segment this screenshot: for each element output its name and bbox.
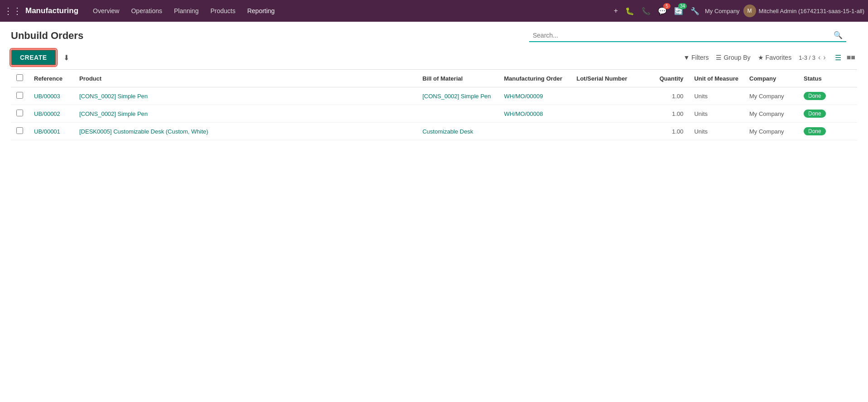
nav-overview[interactable]: Overview [87,5,125,17]
status-badge: Done [804,127,826,135]
row-lot [571,105,643,123]
table-row: UB/00003 [CONS_0002] Simple Pen [CONS_00… [11,87,857,105]
row-status: Done [798,87,844,105]
row-lot [571,123,643,140]
view-toggle: ☰ ■■ [833,52,857,64]
row-reference[interactable]: UB/00003 [29,87,74,105]
row-checkbox-cell[interactable] [11,105,29,123]
col-header-company[interactable]: Company [744,70,798,87]
chat-icon[interactable]: 💬 5 [656,5,669,17]
row-checkbox[interactable] [16,110,23,116]
next-page-button[interactable]: › [823,53,825,62]
filter-icon: ▼ [683,54,690,61]
col-header-bom[interactable]: Bill of Material [417,70,498,87]
table-container: Reference Product Bill of Material Manuf… [0,69,868,140]
filters-button[interactable]: ▼ Filters [683,54,709,61]
table-row: UB/00002 [CONS_0002] Simple Pen WH/MO/00… [11,105,857,123]
pagination-info: 1-3 / 3 [799,54,815,61]
download-button[interactable]: ⬇ [60,51,73,65]
col-header-mo[interactable]: Manufacturing Order [498,70,571,87]
row-actions [844,87,857,105]
toolbar: CREATE ⬇ ▼ Filters ☰ Group By ★ Favorite… [0,46,868,69]
search-bar: 🔍 [529,29,846,42]
row-mo[interactable]: WH/MO/00008 [498,105,571,123]
plus-icon[interactable]: + [612,5,620,17]
star-icon: ★ [758,54,764,61]
groupby-label: Group By [723,54,750,61]
row-actions [844,123,857,140]
page-header: Unbuild Orders 🔍 [0,22,868,46]
nav-reporting[interactable]: Reporting [242,5,280,17]
row-company: My Company [744,123,798,140]
row-bom[interactable]: [CONS_0002] Simple Pen [417,87,498,105]
row-product[interactable]: [CONS_0002] Simple Pen [74,87,417,105]
user-avatar: M [743,5,756,17]
row-uom: Units [689,123,744,140]
row-reference[interactable]: UB/00002 [29,105,74,123]
row-checkbox[interactable] [16,92,23,99]
search-icon[interactable]: 🔍 [834,31,843,39]
list-view-button[interactable]: ☰ [833,52,843,64]
groupby-icon: ☰ [716,54,722,61]
row-checkbox-cell[interactable] [11,87,29,105]
select-all-checkbox[interactable] [16,74,23,81]
app-title: Manufacturing [25,6,78,15]
toolbar-right: ▼ Filters ☰ Group By ★ Favorites 1-3 / 3… [683,52,857,64]
clock-badge: 34 [678,3,687,9]
col-header-lot[interactable]: Lot/Serial Number [571,70,643,87]
groupby-button[interactable]: ☰ Group By [716,54,750,61]
row-actions [844,105,857,123]
nav-menu: Overview Operations Planning Products Re… [87,5,610,17]
nav-planning[interactable]: Planning [169,5,204,17]
nav-products[interactable]: Products [205,5,241,17]
clock-icon[interactable]: 🔄 34 [672,5,685,17]
data-table: Reference Product Bill of Material Manuf… [11,69,857,140]
chat-badge: 5 [663,3,670,9]
row-qty: 1.00 [643,123,689,140]
col-header-uom[interactable]: Unit of Measure [689,70,744,87]
favorites-button[interactable]: ★ Favorites [758,54,792,61]
row-bom [417,105,498,123]
row-uom: Units [689,87,744,105]
company-selector[interactable]: My Company [705,8,740,14]
favorites-label: Favorites [766,54,792,61]
row-bom[interactable]: Customizable Desk [417,123,498,140]
filters-label: Filters [691,54,709,61]
row-checkbox-cell[interactable] [11,123,29,140]
col-header-product[interactable]: Product [74,70,417,87]
col-header-status[interactable]: Status [798,70,844,87]
nav-operations[interactable]: Operations [125,5,167,17]
col-header-qty[interactable]: Quantity [643,70,689,87]
pagination: 1-3 / 3 ‹ › [799,53,826,62]
debug-icon[interactable]: 🐛 [623,5,636,17]
user-menu[interactable]: M Mitchell Admin (16742131-saas-15-1-all… [743,5,864,17]
row-uom: Units [689,105,744,123]
row-company: My Company [744,105,798,123]
row-status: Done [798,105,844,123]
row-qty: 1.00 [643,87,689,105]
select-all-header[interactable] [11,70,29,87]
row-reference[interactable]: UB/00001 [29,123,74,140]
row-company: My Company [744,87,798,105]
grid-menu-icon[interactable]: ⋮⋮ [4,5,22,16]
top-nav: ⋮⋮ Manufacturing Overview Operations Pla… [0,0,868,22]
row-checkbox[interactable] [16,127,23,134]
row-qty: 1.00 [643,105,689,123]
row-mo[interactable]: WH/MO/00009 [498,87,571,105]
row-product[interactable]: [CONS_0002] Simple Pen [74,105,417,123]
kanban-view-button[interactable]: ■■ [845,52,857,64]
search-input[interactable] [533,32,834,39]
nav-right-icons: + 🐛 📞 💬 5 🔄 34 🔧 My Company M Mitchell A… [612,5,864,17]
row-product[interactable]: [DESK0005] Customizable Desk (Custom, Wh… [74,123,417,140]
col-header-actions [844,70,857,87]
settings-icon[interactable]: 🔧 [689,5,701,17]
prev-page-button[interactable]: ‹ [818,53,820,62]
status-badge: Done [804,110,826,118]
phone-icon[interactable]: 📞 [640,5,652,17]
page-content: Unbuild Orders 🔍 CREATE ⬇ ▼ Filters ☰ Gr… [0,22,868,402]
page-title: Unbuild Orders [11,30,83,42]
row-lot [571,87,643,105]
col-header-reference[interactable]: Reference [29,70,74,87]
row-mo [498,123,571,140]
create-button[interactable]: CREATE [11,49,56,66]
